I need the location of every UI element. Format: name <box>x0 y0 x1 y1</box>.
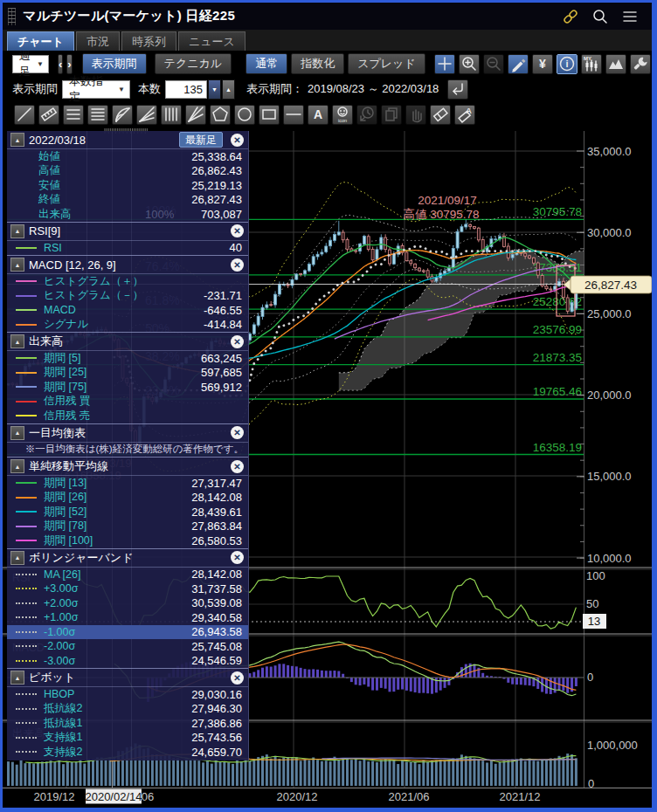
vertical-lines-tool[interactable] <box>161 105 182 125</box>
reset-period-button[interactable] <box>447 79 468 100</box>
panel-row-macd-3[interactable]: シグナル-414.84 <box>7 318 248 333</box>
panel-row-bollinger-3[interactable]: +1.00σ29,340.58 <box>7 610 248 625</box>
collapse-icon[interactable]: ▲ <box>10 133 24 147</box>
parallel-lines-4-tool[interactable] <box>87 105 108 125</box>
my-chart-button[interactable]: MY <box>581 54 602 74</box>
close-icon[interactable]: ✕ <box>231 551 244 564</box>
draw-pencil-button[interactable] <box>508 54 529 74</box>
panel-row-sma-0[interactable]: 期間 [13]27,317.47 <box>7 476 248 491</box>
area-chart-button[interactable] <box>605 54 626 74</box>
close-icon[interactable]: ✕ <box>231 460 244 473</box>
zoom-in-button[interactable] <box>459 54 480 74</box>
panel-row-macd-2[interactable]: MACD-646.55 <box>7 303 248 318</box>
count-increment-button[interactable]: ▲ <box>222 79 235 100</box>
panel-row-macd-1[interactable]: ヒストグラム（－）-231.71 <box>7 289 248 304</box>
panel-row-bollinger-2[interactable]: +2.00σ30,539.08 <box>7 596 248 611</box>
parallel-lines-3-tool[interactable] <box>63 105 84 125</box>
count-decrement-button[interactable]: ▼ <box>208 79 221 100</box>
panel-row-pivot-2[interactable]: 抵抗線127,386.86 <box>7 716 248 731</box>
panel-row-bollinger-1[interactable]: +3.00σ31,737.58 <box>7 581 248 596</box>
panel-row-latest-0[interactable]: 始値25,338.64 <box>7 149 248 164</box>
panel-row-latest-2[interactable]: 安値25,219.13 <box>7 178 248 193</box>
pentagon-tool[interactable] <box>210 105 231 125</box>
chart-settings-button[interactable] <box>630 54 651 74</box>
collapse-icon[interactable]: ▲ <box>10 671 24 685</box>
panel-row-latest-4[interactable]: 出来高100%703,087 <box>7 207 248 222</box>
tab-chart[interactable]: チャート <box>7 31 74 51</box>
fibonacci-arc-tool[interactable] <box>112 105 133 125</box>
panel-row-bollinger-0[interactable]: MA [26]28,142.08 <box>7 568 248 582</box>
link-icon[interactable] <box>561 7 580 26</box>
trend-line-tool[interactable] <box>14 105 35 125</box>
panel-row-rsi-0[interactable]: RSI40 <box>7 241 248 256</box>
tab-market[interactable]: 市況 <box>76 31 120 51</box>
text-tool[interactable]: A <box>308 105 328 125</box>
panel-row-latest-1[interactable]: 高値26,862.43 <box>7 164 248 179</box>
panel-row-sma-2[interactable]: 期間 [52]28,439.61 <box>7 505 248 520</box>
eraser-text-tool[interactable]: A <box>454 105 475 125</box>
panel-row-bollinger-4[interactable]: -1.00σ26,943.58 <box>7 625 248 640</box>
rectangle-tool[interactable] <box>259 105 280 125</box>
panel-row-pivot-5[interactable]: LBOP24,100.26 <box>7 760 248 761</box>
close-icon[interactable]: ✕ <box>231 134 244 147</box>
count-input[interactable]: 135 <box>165 80 207 99</box>
search-icon[interactable] <box>591 7 610 26</box>
prev-bar-button[interactable]: ‹ <box>58 54 63 74</box>
panel-row-bollinger-5[interactable]: -2.00σ25,745.08 <box>7 639 248 654</box>
row-value: 26,862.43 <box>191 164 248 177</box>
ellipse-tool[interactable] <box>234 105 255 125</box>
panel-row-pivot-1[interactable]: 抵抗線227,946.30 <box>7 702 248 717</box>
panel-row-macd-0[interactable]: ヒストグラム（＋） <box>7 274 248 289</box>
panel-row-volume-3[interactable]: 信用残 買 <box>7 395 248 409</box>
panel-row-latest-3[interactable]: 終値26,827.43 <box>7 193 248 208</box>
close-icon[interactable]: ✕ <box>231 671 244 685</box>
latest-bar-button[interactable]: 最新足 <box>179 132 223 148</box>
close-icon[interactable]: ✕ <box>231 426 244 439</box>
collapse-icon[interactable]: ▲ <box>10 258 24 272</box>
eraser-tool[interactable] <box>430 105 451 125</box>
close-icon[interactable]: ✕ <box>231 335 244 348</box>
add-comparison-button[interactable] <box>434 54 455 74</box>
collapse-icon[interactable]: ▲ <box>10 459 24 473</box>
close-icon[interactable]: ✕ <box>231 224 244 237</box>
panel-row-volume-1[interactable]: 期間 [25]597,685 <box>7 366 248 381</box>
horizontal-line-tool[interactable] <box>283 105 304 125</box>
tab-news[interactable]: ニュース <box>178 31 246 51</box>
panel-row-pivot-0[interactable]: HBOP29,030.16 <box>7 687 248 702</box>
interval-select[interactable]: 週足▼ <box>12 55 49 73</box>
collapse-icon[interactable]: ▲ <box>10 426 24 440</box>
panel-row-volume-0[interactable]: 期間 [5]663,245 <box>7 351 248 366</box>
fan-lines-tool[interactable] <box>136 105 157 125</box>
display-period-button[interactable]: 表示期間 <box>82 53 147 74</box>
mode-normal-button[interactable]: 通常 <box>246 53 287 74</box>
technical-button[interactable]: テクニカル <box>155 53 232 74</box>
zoom-out-button[interactable] <box>483 54 504 74</box>
series-color-swatch <box>16 737 37 739</box>
panel-row-volume-2[interactable]: 期間 [75]569,912 <box>7 380 248 395</box>
period-mode-select[interactable]: 本数指定 ▼ <box>62 80 130 99</box>
panel-row-bollinger-6[interactable]: -3.00σ24,546.59 <box>7 654 248 669</box>
next-bar-button[interactable]: › <box>66 54 72 74</box>
collapse-icon[interactable]: ▲ <box>10 224 24 238</box>
panel-row-sma-4[interactable]: 期間 [100]26,580.53 <box>7 533 248 548</box>
info-button[interactable]: i <box>557 54 577 74</box>
panel-row-sma-1[interactable]: 期間 [26]28,142.08 <box>7 491 248 506</box>
panel-row-volume-4[interactable]: 信用残 売 <box>7 409 248 423</box>
tab-timeseries[interactable]: 時系列 <box>121 31 176 51</box>
mode-spread-button[interactable]: スプレッド <box>348 53 425 74</box>
mode-indexed-button[interactable]: 指数化 <box>291 53 344 74</box>
currency-yen-button[interactable]: ¥ <box>532 54 553 74</box>
collapse-icon[interactable]: ▲ <box>10 334 24 348</box>
speed-lines-tool[interactable] <box>185 105 206 125</box>
collapse-icon[interactable]: ▲ <box>10 551 24 565</box>
app-window: マルチツール(マーケット) 日経225 チャート市況時系列ニュース 週足▼‹›表… <box>0 0 657 812</box>
icon-stamp-tool[interactable]: icon <box>332 105 353 125</box>
menu-icon[interactable] <box>620 7 640 26</box>
ruler-tool[interactable] <box>38 105 59 125</box>
panel-row-pivot-4[interactable]: 支持線224,659.70 <box>7 745 248 760</box>
window-border-right <box>652 0 657 812</box>
drag-grip-icon[interactable] <box>8 8 16 25</box>
panel-row-pivot-3[interactable]: 支持線125,743.56 <box>7 731 248 746</box>
panel-row-sma-3[interactable]: 期間 [78]27,863.84 <box>7 520 248 534</box>
close-icon[interactable]: ✕ <box>231 258 244 272</box>
